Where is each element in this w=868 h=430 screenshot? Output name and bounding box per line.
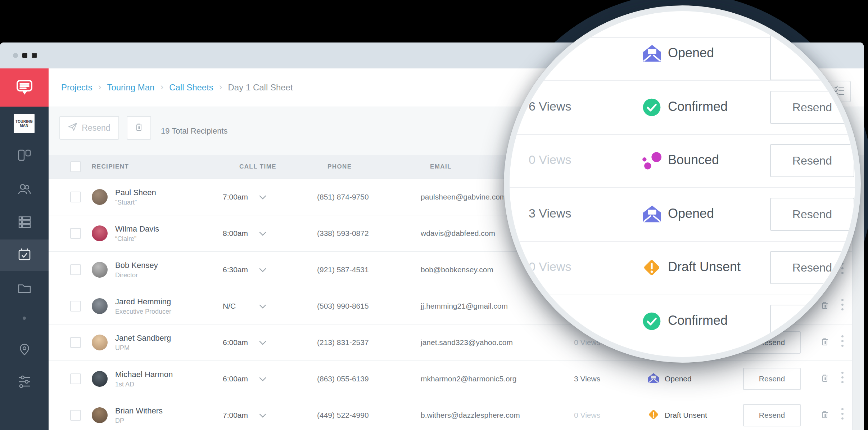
- status-label: Confirmed: [668, 313, 728, 328]
- recipient-name: Jared Hemming: [115, 297, 171, 306]
- breadcrumb-current: Day 1 Call Sheet: [228, 82, 293, 93]
- breadcrumb-call-sheets[interactable]: Call Sheets: [169, 82, 213, 93]
- trash-icon[interactable]: [820, 373, 830, 385]
- chevron-down-icon[interactable]: [259, 413, 266, 419]
- views-count: 0 Views: [529, 153, 571, 167]
- chevron-down-icon[interactable]: [259, 194, 266, 201]
- table-row: Michael Harmon1st AD 6:00am (863) 055-61…: [49, 361, 864, 397]
- window-control-close[interactable]: [13, 53, 18, 58]
- draft-unsent-status-icon: [648, 409, 659, 422]
- sliders-icon: [17, 374, 32, 391]
- phone-value: (213) 831-2537: [317, 338, 369, 347]
- avatar: [92, 225, 108, 241]
- phone-value: (449) 522-4990: [317, 411, 369, 420]
- window-control-minimize[interactable]: [22, 53, 27, 58]
- row-checkbox[interactable]: [70, 410, 81, 421]
- phone-value: (863) 055-6139: [317, 375, 369, 383]
- app-logo[interactable]: [0, 68, 49, 107]
- row-checkbox[interactable]: [70, 264, 81, 275]
- chevron-down-icon[interactable]: [259, 267, 266, 274]
- recipient-name: Wilma Davis: [115, 224, 159, 234]
- chevron-down-icon[interactable]: [259, 231, 266, 237]
- column-email[interactable]: EMAIL: [430, 155, 452, 179]
- sidebar-item-shot-lists[interactable]: [0, 207, 49, 239]
- chevron-down-icon[interactable]: [259, 304, 266, 310]
- sidebar-item-call-sheets[interactable]: [0, 239, 49, 272]
- screenshot-canvas: TOURING MAN Projects › Touring Man › Cal…: [0, 0, 868, 430]
- phone-value: (338) 593-0872: [317, 229, 369, 238]
- chevron-down-icon[interactable]: [259, 340, 266, 346]
- kebab-menu-icon[interactable]: [841, 299, 844, 313]
- sidebar-project-thumbnail[interactable]: TOURING MAN: [14, 114, 35, 133]
- kebab-menu-icon[interactable]: [841, 335, 844, 349]
- lens-divider: [510, 295, 855, 295]
- recipient-role: Director: [115, 272, 158, 279]
- recipient-role: DP: [115, 417, 163, 425]
- views-count: 0 Views: [529, 260, 571, 274]
- sidebar-item-boards[interactable]: [0, 140, 49, 172]
- select-all-checkbox[interactable]: [70, 161, 81, 172]
- kebab-menu-icon[interactable]: [841, 372, 844, 386]
- views-count: 6 Views: [529, 99, 571, 113]
- bounced-status-icon: [642, 151, 661, 170]
- sidebar-item-locations[interactable]: [0, 334, 49, 367]
- resend-button[interactable]: Resend: [743, 404, 801, 426]
- row-checkbox[interactable]: [70, 337, 81, 348]
- row-checkbox[interactable]: [70, 301, 81, 312]
- trash-icon[interactable]: [820, 337, 830, 348]
- views-count: 0 Views: [574, 411, 600, 420]
- call-time-value: 6:00am: [223, 338, 248, 347]
- recipient-role: “Claire”: [115, 235, 159, 243]
- trash-icon[interactable]: [820, 409, 830, 421]
- kebab-menu-icon[interactable]: [841, 408, 844, 422]
- dot-icon: [23, 317, 26, 320]
- email-value: wdavis@dabfeed.com: [421, 229, 495, 238]
- phone-value: (503) 990-8615: [317, 302, 369, 310]
- trash-icon[interactable]: [820, 300, 830, 312]
- avatar: [92, 371, 108, 387]
- email-value: jj.hemming21@gmail.com: [421, 302, 508, 310]
- row-checkbox[interactable]: [70, 228, 81, 239]
- row-checkbox[interactable]: [70, 373, 81, 384]
- sidebar-item-files[interactable]: [0, 273, 49, 305]
- breadcrumb-projects[interactable]: Projects: [61, 82, 92, 93]
- resend-button[interactable]: Resend: [770, 144, 854, 177]
- breadcrumb-separator: ›: [98, 81, 101, 93]
- confirmed-status-icon: [642, 312, 661, 331]
- recipient-name: Janet Sandberg: [115, 333, 171, 343]
- breadcrumb-project[interactable]: Touring Man: [107, 82, 154, 93]
- resend-button[interactable]: Resend: [743, 368, 801, 390]
- call-time-value: 8:00am: [223, 229, 248, 238]
- lens-divider: [510, 241, 855, 242]
- opened-status-icon: [648, 373, 659, 385]
- column-recipient[interactable]: RECIPIENT: [92, 155, 129, 179]
- row-checkbox[interactable]: [70, 192, 81, 202]
- status-label: Bounced: [668, 152, 719, 167]
- call-time-value: 6:30am: [223, 265, 248, 274]
- column-phone[interactable]: PHONE: [327, 155, 352, 179]
- sidebar-item-settings[interactable]: [0, 366, 49, 399]
- kebab-menu-icon[interactable]: [841, 263, 844, 277]
- opened-status-icon: [642, 205, 661, 224]
- breadcrumb: Projects › Touring Man › Call Sheets › D…: [61, 68, 293, 107]
- resend-button[interactable]: Resend: [770, 198, 854, 231]
- trash-icon: [134, 122, 144, 134]
- column-call-time[interactable]: CALL TIME: [239, 155, 276, 179]
- recipient-role: Executive Producer: [115, 308, 171, 315]
- chevron-down-icon[interactable]: [259, 376, 266, 383]
- sidebar-item-contacts[interactable]: [0, 174, 49, 206]
- resend-all-button[interactable]: Resend: [59, 116, 119, 140]
- call-time-value: N/C: [223, 302, 236, 310]
- calendar-check-icon: [17, 247, 32, 264]
- location-pin-icon: [17, 342, 32, 359]
- email-value: bob@bobkensey.com: [421, 265, 493, 274]
- window-control-maximize[interactable]: [32, 53, 37, 58]
- email-value: janet.sand323@yahoo.com: [421, 338, 513, 347]
- draft-unsent-status-icon: [642, 258, 661, 277]
- delete-button[interactable]: [127, 116, 151, 140]
- sidebar-item-more[interactable]: [0, 302, 49, 334]
- status-label: Confirmed: [668, 99, 728, 114]
- avatar: [92, 407, 108, 423]
- breadcrumb-separator: ›: [219, 81, 222, 93]
- email-value: paulsheen@gabvine.com: [421, 193, 506, 201]
